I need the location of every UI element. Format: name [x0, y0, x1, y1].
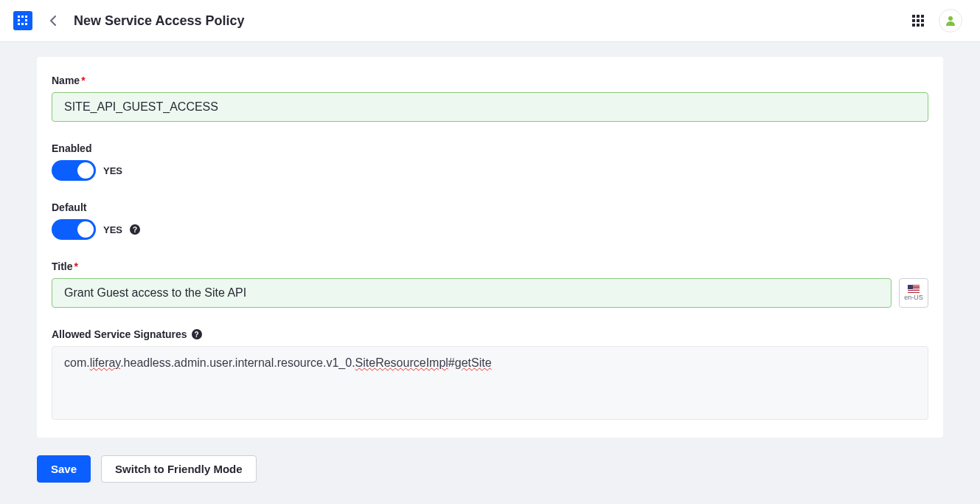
enabled-field-group: Enabled YES: [52, 142, 928, 181]
svg-rect-15: [917, 24, 920, 27]
form-card: Name* Enabled YES Default YES ?: [37, 57, 943, 438]
svg-rect-10: [921, 15, 924, 18]
svg-rect-7: [25, 23, 27, 25]
page-header: New Service Access Policy: [0, 0, 980, 42]
title-field-group: Title* en-US: [52, 260, 928, 308]
svg-rect-2: [25, 15, 27, 18]
name-label-text: Name: [52, 75, 80, 86]
user-avatar-icon[interactable]: [939, 9, 962, 32]
svg-rect-9: [917, 15, 920, 18]
header-right-section: [908, 9, 962, 32]
default-toggle-knob: [77, 221, 94, 238]
default-toggle-row: YES ?: [52, 219, 928, 240]
signatures-field-group: Allowed Service Signatures ? com.liferay…: [52, 328, 928, 420]
us-flag-icon: [908, 285, 920, 293]
apps-grid-icon[interactable]: [908, 10, 928, 31]
save-button[interactable]: Save: [37, 455, 91, 483]
locale-selector-button[interactable]: en-US: [899, 278, 928, 308]
enabled-state-label: YES: [103, 165, 122, 176]
signatures-label-row: Allowed Service Signatures ?: [52, 328, 928, 340]
signature-value: com.liferay.headless.admin.user.internal…: [64, 356, 492, 369]
required-indicator: *: [74, 260, 78, 272]
enabled-label: Enabled: [52, 142, 928, 154]
title-input-wrap: [52, 278, 892, 308]
title-label-text: Title: [52, 260, 73, 272]
help-icon[interactable]: ?: [192, 329, 202, 339]
switch-mode-button[interactable]: Switch to Friendly Mode: [101, 455, 257, 483]
enabled-toggle-row: YES: [52, 160, 928, 181]
header-left-section: New Service Access Policy: [13, 11, 244, 30]
action-buttons: Save Switch to Friendly Mode: [37, 455, 943, 483]
signatures-label: Allowed Service Signatures: [52, 328, 187, 340]
svg-rect-16: [921, 24, 924, 27]
signatures-textarea[interactable]: com.liferay.headless.admin.user.internal…: [52, 346, 928, 420]
svg-rect-11: [912, 19, 915, 22]
page-title: New Service Access Policy: [74, 13, 244, 29]
title-label: Title*: [52, 260, 928, 272]
svg-rect-0: [18, 15, 20, 18]
default-toggle[interactable]: [52, 219, 96, 240]
svg-rect-3: [18, 19, 20, 21]
name-input[interactable]: [52, 92, 928, 122]
required-indicator: *: [81, 75, 85, 86]
svg-rect-4: [25, 19, 27, 21]
title-input-row: en-US: [52, 278, 928, 308]
svg-point-17: [948, 16, 953, 21]
locale-text: en-US: [904, 294, 923, 301]
back-button[interactable]: [44, 12, 62, 30]
help-icon[interactable]: ?: [130, 224, 140, 235]
name-label: Name*: [52, 75, 928, 86]
default-label: Default: [52, 201, 928, 213]
svg-rect-5: [18, 23, 20, 25]
default-field-group: Default YES ?: [52, 201, 928, 240]
svg-rect-13: [921, 19, 924, 22]
svg-rect-8: [912, 15, 915, 18]
svg-rect-12: [917, 19, 920, 22]
app-logo-icon[interactable]: [13, 11, 32, 30]
default-state-label: YES: [103, 224, 122, 235]
enabled-toggle[interactable]: [52, 160, 96, 181]
name-field-group: Name*: [52, 75, 928, 122]
enabled-toggle-knob: [77, 162, 94, 179]
svg-rect-1: [21, 15, 24, 18]
svg-rect-6: [21, 23, 24, 25]
title-input[interactable]: [52, 278, 892, 308]
svg-rect-14: [912, 24, 915, 27]
content-area: Name* Enabled YES Default YES ?: [0, 42, 980, 504]
